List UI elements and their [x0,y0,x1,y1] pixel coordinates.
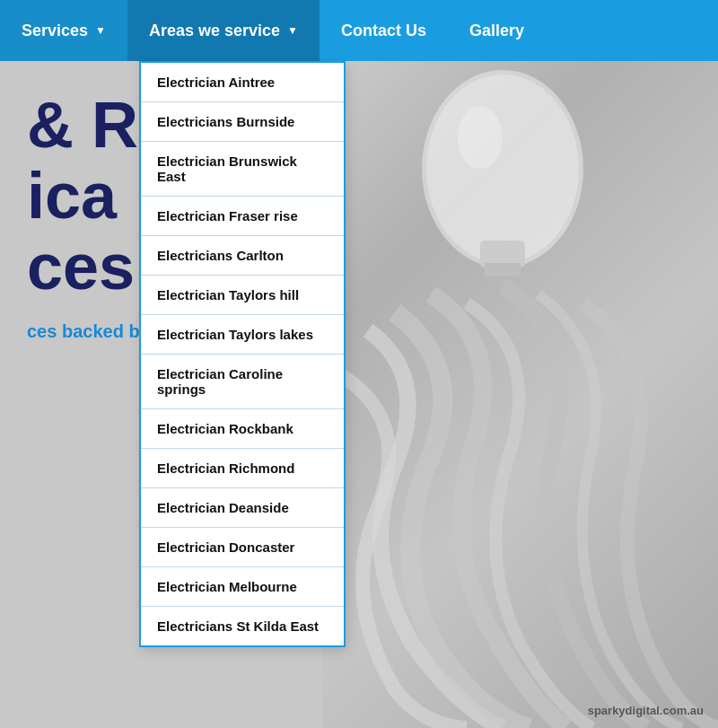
nav-label-areas: Areas we service [149,22,280,40]
nav-item-gallery[interactable]: Gallery [448,0,546,61]
dropdown-item-taylors-hill[interactable]: Electrician Taylors hill [141,276,344,315]
svg-rect-3 [485,263,521,276]
chevron-down-icon-areas: ▼ [287,24,298,37]
dropdown-item-melbourne[interactable]: Electrician Melbourne [141,567,344,607]
svg-point-4 [458,106,503,169]
chevron-down-icon: ▼ [95,24,106,37]
dropdown-item-taylors-lakes[interactable]: Electrician Taylors lakes [141,315,344,355]
cables-decoration [323,61,718,728]
nav-label-services: Services [22,22,88,40]
dropdown-item-burnside[interactable]: Electricians Burnside [141,102,344,142]
dropdown-item-deanside[interactable]: Electrician Deanside [141,488,344,528]
nav-label-contact: Contact Us [341,22,426,40]
dropdown-item-doncaster[interactable]: Electrician Doncaster [141,528,344,567]
dropdown-item-st-kilda-east[interactable]: Electricians St Kilda East [141,607,344,645]
dropdown-item-aintree[interactable]: Electrician Aintree [141,63,344,102]
svg-point-1 [426,75,579,263]
navbar: Services ▼ Areas we service ▼ Contact Us… [0,0,718,61]
nav-item-areas-we-service[interactable]: Areas we service ▼ [127,0,320,61]
nav-label-gallery: Gallery [469,22,524,40]
dropdown-item-richmond[interactable]: Electrician Richmond [141,449,344,488]
dropdown-item-brunswick-east[interactable]: Electrician Brunswick East [141,142,344,197]
dropdown-item-fraser-rise[interactable]: Electrician Fraser rise [141,197,344,236]
nav-item-services[interactable]: Services ▼ [0,0,127,61]
watermark: sparkydigital.com.au [588,704,704,717]
dropdown-item-rockbank[interactable]: Electrician Rockbank [141,409,344,449]
nav-item-contact-us[interactable]: Contact Us [320,0,448,61]
dropdown-item-carlton[interactable]: Electricians Carlton [141,236,344,276]
areas-dropdown: Electrician AintreeElectricians Burnside… [139,61,346,647]
dropdown-item-caroline-springs[interactable]: Electrician Caroline springs [141,355,344,409]
